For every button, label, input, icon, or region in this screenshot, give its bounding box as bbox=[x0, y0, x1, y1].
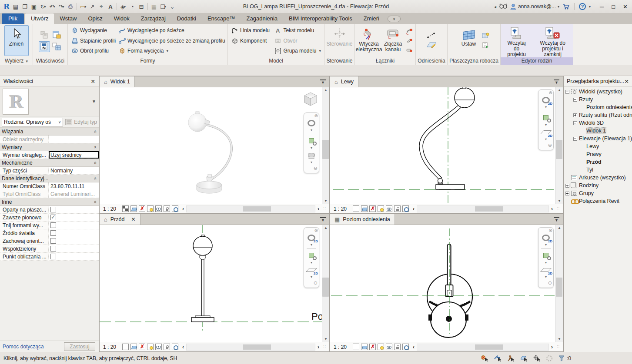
view-tab-widok1[interactable]: ⌂ Widok 1 bbox=[100, 76, 135, 87]
default-3d-view-icon[interactable]: ◈▾ bbox=[119, 2, 127, 11]
reference-plane-icon[interactable] bbox=[426, 41, 437, 50]
horizontal-scrollbar[interactable] bbox=[417, 344, 549, 351]
resize-grip[interactable]: ∙∙∙∙ bbox=[323, 206, 328, 212]
chevron-down-icon[interactable]: ▾ bbox=[545, 137, 547, 141]
shadows-icon[interactable] bbox=[130, 205, 137, 212]
tree-item-grupy[interactable]: Grupy bbox=[564, 189, 632, 197]
panel-label-formy[interactable]: Formy bbox=[68, 57, 227, 65]
group-inne[interactable]: Inne» bbox=[0, 198, 99, 206]
navigation-bar[interactable]: ⊗ 2D ▾ ▾ 2D ▾ ⊖ bbox=[304, 227, 319, 288]
minimize-icon[interactable]: ⊖ bbox=[548, 142, 552, 148]
reference-line-icon[interactable] bbox=[427, 32, 436, 40]
modify-button[interactable]: Zmień bbox=[4, 25, 29, 56]
background-processes-icon[interactable] bbox=[546, 355, 553, 362]
show-crop-icon[interactable] bbox=[378, 205, 384, 212]
scroll-right-icon[interactable]: › bbox=[551, 206, 553, 212]
show-crop-icon[interactable] bbox=[147, 344, 154, 350]
property-row[interactable]: Obiekt nadrzędny bbox=[0, 136, 99, 143]
search-icon[interactable] bbox=[499, 3, 507, 10]
drawing-area-lewy[interactable]: ⊗ 2D ▾ ▾ 2D ▾ ⊖ bbox=[330, 87, 555, 204]
type-selector[interactable]: R ▼ bbox=[0, 87, 99, 116]
zoom-icon[interactable] bbox=[305, 251, 318, 260]
save-icon[interactable]: ▣ bbox=[30, 2, 38, 11]
zoom-icon[interactable] bbox=[539, 113, 552, 122]
scrollbar-thumb[interactable] bbox=[556, 278, 562, 297]
pan-2d-icon[interactable]: 2D bbox=[539, 265, 552, 275]
electrical-connector-button[interactable]: Wtyczka elektryczna bbox=[357, 25, 381, 56]
steering-wheel-2d-icon[interactable]: 2D bbox=[539, 233, 552, 242]
cart-icon[interactable] bbox=[562, 3, 570, 10]
crop-view-icon[interactable] bbox=[139, 344, 145, 350]
tab-widok[interactable]: Widok bbox=[108, 13, 135, 24]
collapse-icon[interactable]: ◂ bbox=[494, 4, 496, 9]
temporary-hide-icon[interactable] bbox=[155, 344, 162, 350]
scroll-right-icon[interactable]: › bbox=[318, 344, 319, 350]
print-icon[interactable]: ⎙ bbox=[66, 2, 75, 11]
scroll-down-icon[interactable]: ▼ bbox=[324, 199, 328, 203]
workplane-viewer-icon[interactable] bbox=[481, 32, 490, 40]
resize-grip[interactable]: ∙∙∙∙ bbox=[323, 344, 328, 350]
close-view-icon[interactable]: ✕ bbox=[131, 216, 136, 222]
chevron-down-icon[interactable]: ▾ bbox=[545, 275, 547, 279]
scroll-left-icon[interactable]: ‹ bbox=[182, 206, 184, 212]
close-inactive-icon[interactable]: ▦ bbox=[150, 2, 158, 11]
scrollbar-thumb[interactable] bbox=[475, 344, 503, 350]
scroll-right-icon[interactable]: › bbox=[551, 344, 553, 350]
tree-item-lewy[interactable]: Lewy bbox=[564, 142, 632, 150]
panel-label-sterowanie[interactable]: Sterowanie bbox=[324, 57, 354, 65]
resize-grip[interactable]: ∙∙∙∙ bbox=[557, 344, 562, 350]
horizontal-scrollbar[interactable] bbox=[186, 344, 315, 351]
vertical-scrollbar[interactable]: ▲▼ bbox=[322, 225, 329, 342]
customize-qat-icon[interactable]: ⌄ bbox=[168, 2, 177, 11]
tab-enscape[interactable]: Enscape™ bbox=[202, 13, 241, 24]
shadows-icon[interactable] bbox=[361, 205, 368, 212]
temporary-hide-icon[interactable] bbox=[386, 344, 392, 350]
visual-style-icon[interactable] bbox=[122, 205, 129, 212]
property-row[interactable]: Punkt obliczania ... bbox=[0, 253, 99, 261]
locked-view-icon[interactable] bbox=[164, 205, 170, 212]
visual-style-icon[interactable] bbox=[122, 344, 129, 350]
reveal-hidden-icon[interactable] bbox=[172, 205, 178, 212]
view-menu-icon[interactable]: ▼ bbox=[320, 217, 326, 222]
tab-zagadnienia[interactable]: Zagadnienia bbox=[241, 13, 284, 24]
tag-icon[interactable]: ⌖ bbox=[97, 2, 106, 11]
checkbox[interactable] bbox=[50, 207, 56, 212]
chevron-down-icon[interactable]: ▾ bbox=[311, 128, 312, 132]
view-scale[interactable]: 1 : 20 bbox=[334, 206, 347, 212]
tree-item-rzuty[interactable]: Rzuty bbox=[564, 96, 632, 103]
type-properties-icon[interactable] bbox=[51, 41, 62, 52]
help-link[interactable]: Pomoc dotycząca bbox=[3, 344, 44, 350]
tree-item-poziom-odniesienia[interactable]: Poziom odniesienia bbox=[564, 103, 632, 111]
properties-palette-icon[interactable] bbox=[39, 41, 50, 52]
temporary-hide-icon[interactable] bbox=[155, 205, 162, 212]
tree-item-widoki-3d[interactable]: Widoki 3D bbox=[564, 119, 632, 127]
tree-item-rodziny[interactable]: Rodziny bbox=[564, 182, 632, 189]
group-mechaniczne[interactable]: Mechaniczne» bbox=[0, 159, 99, 167]
family-types-icon[interactable] bbox=[39, 30, 50, 40]
tree-item-rzuty-sufitu[interactable]: Rzuty sufitu (Rzut odniesienia) bbox=[564, 111, 632, 119]
chevron-down-icon[interactable]: ▾ bbox=[311, 261, 312, 265]
group-dane-identyfikacyjne[interactable]: Dane identyfikacyj...» bbox=[0, 175, 99, 182]
locked-view-icon[interactable] bbox=[164, 344, 170, 350]
help-icon[interactable]: ? bbox=[579, 3, 586, 10]
view-tab-poziom[interactable]: ▦ Poziom odniesienia bbox=[330, 214, 395, 225]
property-row[interactable]: Zachowaj orient... bbox=[0, 237, 99, 245]
duct-connector-button[interactable]: Złączka kanału bbox=[382, 25, 404, 56]
property-row[interactable]: Oparty na płaszc... bbox=[0, 206, 99, 214]
pan-2d-icon[interactable]: 2D bbox=[539, 127, 552, 137]
extrusion-button[interactable]: Wyciąganie bbox=[70, 25, 117, 36]
model-text-button[interactable]: A Tekst modelu bbox=[273, 25, 322, 36]
tab-zarzadzaj[interactable]: Zarządzaj bbox=[135, 13, 171, 24]
collapse-box-icon[interactable] bbox=[573, 98, 577, 102]
tree-item-prawy[interactable]: Prawy bbox=[564, 150, 632, 158]
filter-icon[interactable] bbox=[558, 355, 565, 362]
scroll-down-icon[interactable]: ▼ bbox=[324, 337, 328, 341]
tree-item-tyl[interactable]: Tył bbox=[564, 166, 632, 174]
revolve-button[interactable]: Obrót profilu bbox=[70, 46, 117, 56]
scrollbar-thumb[interactable] bbox=[556, 140, 562, 159]
close-icon[interactable]: ⊗ bbox=[549, 228, 552, 233]
blend-button[interactable]: Stapianie profili bbox=[70, 36, 117, 46]
steering-wheel-icon[interactable] bbox=[305, 118, 318, 128]
chevron-down-icon[interactable]: ▾ bbox=[545, 123, 547, 127]
group-wymiary[interactable]: Wymiary» bbox=[0, 143, 99, 151]
